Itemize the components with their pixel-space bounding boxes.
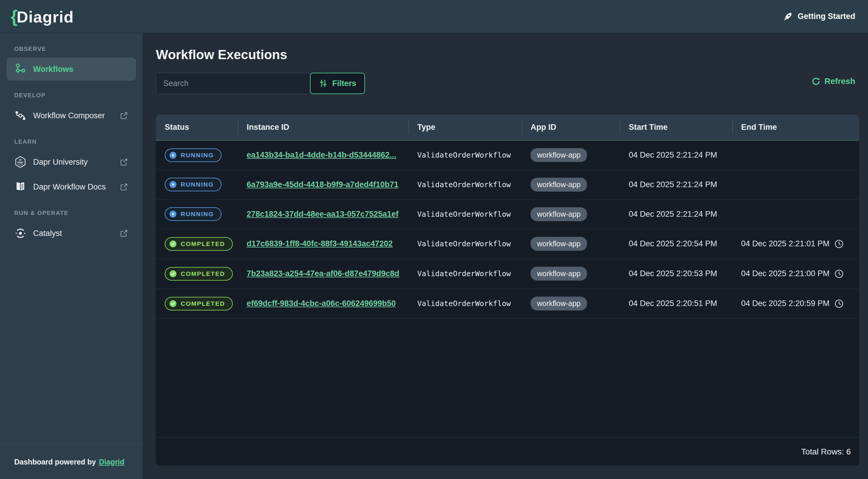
column-header-status[interactable]: Status bbox=[156, 115, 238, 140]
start-time: 04 Dec 2025 2:21:24 PM bbox=[629, 180, 717, 189]
section-label-develop: DEVELOP bbox=[6, 92, 136, 99]
start-time: 04 Dec 2025 2:21:24 PM bbox=[629, 151, 717, 159]
instance-id-link[interactable]: d17c6839-1ff8-40fc-88f3-49143ac47202 bbox=[247, 239, 393, 248]
rocket-icon bbox=[783, 11, 794, 22]
external-link-icon bbox=[120, 158, 128, 166]
start-time: 04 Dec 2025 2:20:54 PM bbox=[629, 239, 717, 248]
workflow-graph-icon bbox=[14, 63, 27, 75]
column-header-instance-id[interactable]: Instance ID bbox=[238, 115, 408, 140]
sidebar-item-catalyst[interactable]: Catalyst bbox=[6, 222, 136, 245]
app-id-chip: workflow-app bbox=[531, 237, 587, 251]
start-time: 04 Dec 2025 2:20:51 PM bbox=[629, 299, 717, 308]
sidebar-item-label: Dapr University bbox=[33, 158, 88, 167]
check-circle-icon bbox=[169, 299, 177, 308]
composer-icon bbox=[14, 109, 27, 122]
workflow-executions-table-card: Status Instance ID Type App ID Start Tim… bbox=[156, 115, 859, 466]
filters-label: Filters bbox=[332, 79, 356, 88]
external-link-icon bbox=[120, 183, 128, 191]
play-circle-icon bbox=[169, 180, 177, 189]
instance-id-link[interactable]: 7b23a823-a254-47ea-af06-d87e479d9c8d bbox=[247, 269, 399, 278]
app-id-chip: workflow-app bbox=[531, 207, 587, 221]
table-row: COMPLETED 7b23a823-a254-47ea-af06-d87e47… bbox=[156, 259, 859, 289]
status-badge-completed: COMPLETED bbox=[165, 237, 233, 251]
svg-text:dapr: dapr bbox=[18, 161, 24, 164]
sidebar-item-dapr-workflow-docs[interactable]: Dapr Workflow Docs bbox=[6, 175, 136, 198]
diagrid-link[interactable]: Diagrid bbox=[99, 458, 124, 466]
topbar: { Diagrid Getting Started bbox=[0, 0, 868, 33]
instance-id-link[interactable]: ea143b34-ba1d-4dde-b14b-d53444862... bbox=[247, 151, 396, 159]
powered-by-text: Dashboard powered by bbox=[14, 458, 96, 466]
diagrid-logo: { Diagrid bbox=[11, 6, 74, 27]
workflow-executions-table: Status Instance ID Type App ID Start Tim… bbox=[156, 115, 859, 319]
workflow-type: ValidateOrderWorkflow bbox=[417, 151, 511, 159]
sidebar-item-label: Dapr Workflow Docs bbox=[33, 183, 106, 192]
workflow-type: ValidateOrderWorkflow bbox=[417, 269, 511, 278]
play-circle-icon bbox=[169, 151, 177, 159]
workflow-type: ValidateOrderWorkflow bbox=[417, 299, 511, 308]
status-badge-running: RUNNING bbox=[165, 149, 221, 162]
status-badge-running: RUNNING bbox=[165, 207, 221, 221]
check-circle-icon bbox=[169, 240, 177, 248]
column-header-start-time[interactable]: Start Time bbox=[620, 115, 732, 140]
page-title: Workflow Executions bbox=[156, 47, 287, 62]
app-id-chip: workflow-app bbox=[531, 148, 587, 162]
sidebar-item-workflows[interactable]: Workflows bbox=[6, 58, 136, 81]
workflow-type: ValidateOrderWorkflow bbox=[417, 180, 511, 189]
dapr-university-icon: dapr University bbox=[14, 156, 27, 168]
external-link-icon bbox=[120, 229, 128, 238]
table-row: RUNNING 278c1824-37dd-48ee-aa13-057c7525… bbox=[156, 199, 859, 229]
column-header-end-time[interactable]: End Time bbox=[732, 115, 859, 140]
end-time: 04 Dec 2025 2:21:00 PM bbox=[741, 269, 830, 278]
sidebar-item-dapr-university[interactable]: dapr University Dapr University bbox=[6, 151, 136, 173]
catalyst-icon bbox=[14, 227, 27, 240]
column-header-app-id[interactable]: App ID bbox=[522, 115, 620, 140]
clock-icon bbox=[834, 239, 844, 249]
workflow-type: ValidateOrderWorkflow bbox=[417, 210, 511, 219]
status-badge-completed: COMPLETED bbox=[165, 267, 233, 281]
svg-text:University: University bbox=[18, 164, 24, 166]
workflow-type: ValidateOrderWorkflow bbox=[417, 240, 511, 248]
app-id-chip: workflow-app bbox=[531, 267, 587, 281]
search-input[interactable] bbox=[156, 73, 310, 94]
book-icon bbox=[14, 181, 27, 193]
total-rows-label: Total Rows: 6 bbox=[801, 447, 851, 456]
instance-id-link[interactable]: 6a793a9e-45dd-4418-b9f9-a7ded4f10b71 bbox=[247, 180, 398, 189]
sidebar-item-label: Catalyst bbox=[33, 229, 62, 238]
end-time: 04 Dec 2025 2:21:01 PM bbox=[741, 239, 830, 248]
refresh-label: Refresh bbox=[825, 76, 855, 86]
table-row: COMPLETED d17c6839-1ff8-40fc-88f3-49143a… bbox=[156, 229, 859, 259]
getting-started-button[interactable]: Getting Started bbox=[783, 11, 855, 22]
external-link-icon bbox=[120, 111, 128, 120]
start-time: 04 Dec 2025 2:20:53 PM bbox=[629, 269, 717, 278]
table-row: COMPLETED ef69dcff-983d-4cbc-a06c-606249… bbox=[156, 289, 859, 318]
refresh-button[interactable]: Refresh bbox=[811, 76, 855, 86]
sidebar-item-workflow-composer[interactable]: Workflow Composer bbox=[6, 104, 136, 127]
start-time: 04 Dec 2025 2:21:24 PM bbox=[629, 210, 717, 219]
filters-icon bbox=[318, 78, 328, 88]
sidebar: OBSERVE Workflows DEVELOP Workflow Compo… bbox=[0, 33, 143, 479]
clock-icon bbox=[834, 269, 844, 279]
play-circle-icon bbox=[169, 210, 177, 218]
section-label-run-operate: RUN & OPERATE bbox=[6, 210, 136, 217]
sidebar-footer: Dashboard powered by Diagrid bbox=[0, 444, 143, 479]
logo-text: Diagrid bbox=[17, 8, 74, 26]
status-badge-completed: COMPLETED bbox=[165, 297, 233, 311]
section-label-observe: OBSERVE bbox=[6, 45, 136, 52]
table-row: RUNNING 6a793a9e-45dd-4418-b9f9-a7ded4f1… bbox=[156, 170, 859, 199]
table-row: RUNNING ea143b34-ba1d-4dde-b14b-d5344486… bbox=[156, 140, 859, 170]
end-time: 04 Dec 2025 2:20:59 PM bbox=[741, 299, 830, 308]
refresh-icon bbox=[811, 76, 821, 86]
getting-started-label: Getting Started bbox=[798, 12, 855, 21]
sidebar-item-label: Workflows bbox=[33, 65, 73, 74]
clock-icon bbox=[834, 299, 844, 309]
check-circle-icon bbox=[169, 270, 177, 278]
app-id-chip: workflow-app bbox=[531, 178, 587, 192]
sidebar-item-label: Workflow Composer bbox=[33, 111, 105, 120]
status-badge-running: RUNNING bbox=[165, 178, 221, 191]
instance-id-link[interactable]: ef69dcff-983d-4cbc-a06c-606249699b50 bbox=[247, 299, 396, 308]
column-header-type[interactable]: Type bbox=[408, 115, 522, 140]
table-footer: Total Rows: 6 bbox=[156, 437, 859, 466]
filters-button[interactable]: Filters bbox=[310, 73, 365, 94]
app-id-chip: workflow-app bbox=[531, 296, 587, 311]
instance-id-link[interactable]: 278c1824-37dd-48ee-aa13-057c7525a1ef bbox=[247, 210, 398, 219]
